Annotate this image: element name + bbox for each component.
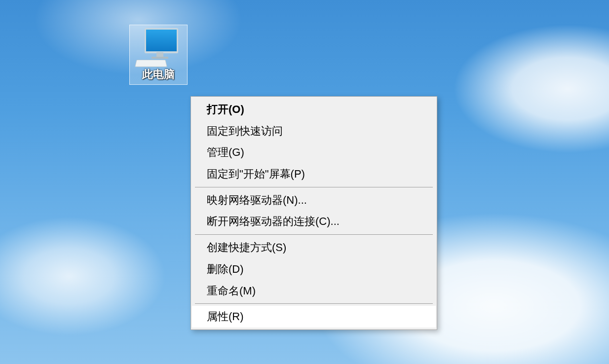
menu-item-manage[interactable]: 管理(G) (192, 142, 436, 163)
menu-separator (195, 234, 433, 235)
desktop-icon-this-pc[interactable]: 此电脑 (129, 25, 188, 85)
menu-item-map-network-drive[interactable]: 映射网络驱动器(N)... (192, 189, 436, 211)
desktop-wallpaper[interactable]: 此电脑 打开(O) 固定到快速访问 管理(G) 固定到"开始"屏幕(P) 映射网… (0, 0, 609, 364)
menu-item-disconnect-network-drive[interactable]: 断开网络驱动器的连接(C)... (192, 211, 436, 232)
menu-item-rename[interactable]: 重命名(M) (192, 280, 436, 302)
desktop-icon-label: 此电脑 (132, 68, 185, 80)
menu-separator (195, 187, 433, 187)
menu-item-create-shortcut[interactable]: 创建快捷方式(S) (192, 237, 436, 258)
menu-item-open[interactable]: 打开(O) (192, 99, 436, 120)
context-menu: 打开(O) 固定到快速访问 管理(G) 固定到"开始"屏幕(P) 映射网络驱动器… (190, 96, 437, 330)
menu-item-properties[interactable]: 属性(R) (192, 306, 436, 328)
computer-icon (135, 28, 182, 67)
menu-separator (195, 303, 433, 304)
menu-item-pin-quick-access[interactable]: 固定到快速访问 (192, 120, 436, 142)
menu-item-pin-start[interactable]: 固定到"开始"屏幕(P) (192, 163, 436, 185)
menu-item-delete[interactable]: 删除(D) (192, 258, 436, 280)
